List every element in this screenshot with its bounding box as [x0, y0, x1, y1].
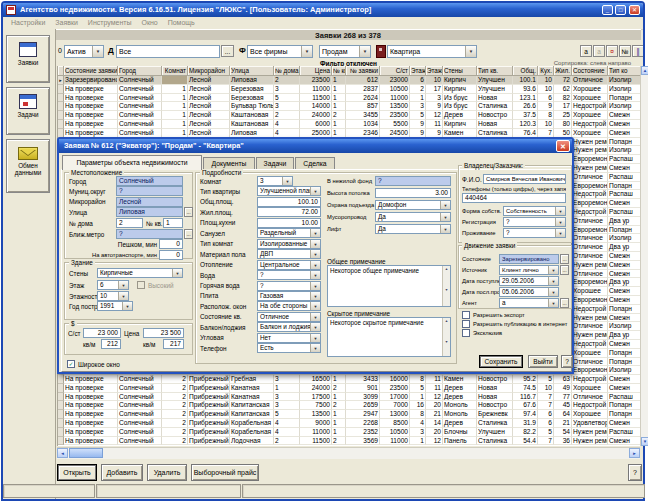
chevron-down-icon[interactable]: ▼ [465, 46, 476, 57]
table-row[interactable]: ▸ЗарезервированоСолнечныйЛеснойЛиповая22… [58, 76, 641, 85]
chevron-down-icon[interactable]: ▼ [310, 313, 320, 321]
column-header[interactable]: Комнат [162, 66, 188, 76]
table-row[interactable]: На проверкеСолнечный1ЛеснойКаштановая224… [58, 111, 641, 120]
state-field[interactable]: Зарезервировано [499, 254, 559, 264]
close-button[interactable]: ✕ [629, 5, 640, 15]
common-note-textarea[interactable]: Некоторое общее примечание▲▼ [327, 265, 451, 307]
selective-price-button[interactable]: Выборочный прайс [191, 464, 259, 481]
chevron-down-icon[interactable]: ▼ [310, 292, 320, 300]
column-header[interactable]: Состояние [572, 66, 608, 76]
chevron-down-icon[interactable]: ▼ [548, 299, 558, 307]
details-field[interactable]: Изолированные▼ [257, 239, 321, 249]
price-per-m-field[interactable]: 217 [163, 339, 184, 349]
floor-extra-checkbox[interactable] [137, 281, 145, 289]
textarea-scrollbar[interactable]: ▲▼ [442, 266, 450, 306]
maximize-button[interactable]: □ [615, 5, 626, 15]
tab-deal[interactable]: Сделка [295, 157, 335, 169]
columns-button[interactable]: ║ [632, 45, 644, 57]
details-field[interactable]: Отличное▼ [257, 312, 321, 322]
details-field[interactable]: Центральное▼ [257, 260, 321, 270]
table-row[interactable]: На проверкеСолнечный1ЛеснойБульвар Тюльп… [58, 102, 641, 111]
details-field[interactable]: Есть▼ [257, 343, 321, 353]
dialog-help-button[interactable]: ? [561, 355, 573, 368]
table-row[interactable]: На проверкеСолнечный2ПрибрежныйКанатная3… [58, 393, 641, 402]
details-field[interactable]: 100.10 [257, 197, 321, 207]
date-last-call-combo[interactable]: 05.06.2006▼ [499, 287, 559, 297]
dialog-title-bar[interactable]: Заявка № 612 ("Экватор"): "Продам" - "Кв… [59, 139, 572, 153]
horizontal-scrollbar[interactable]: ◄ ► [57, 447, 640, 459]
table-row[interactable]: На проверкеСолнечный2ПрибрежныйКанатная1… [58, 384, 641, 393]
price-field[interactable]: 23 500 [143, 328, 184, 338]
chevron-down-icon[interactable]: ▼ [172, 269, 182, 277]
chevron-down-icon[interactable]: ▼ [555, 229, 565, 237]
column-header[interactable]: Стены [443, 66, 477, 76]
chevron-down-icon[interactable]: ▼ [310, 302, 320, 310]
column-header[interactable]: Микрорайон [188, 66, 230, 76]
column-header[interactable]: Этаж [410, 66, 426, 76]
chevron-down-icon[interactable]: ▼ [310, 187, 320, 195]
registration-combo[interactable]: ?▼ [503, 217, 566, 227]
column-header[interactable]: Цена [300, 66, 332, 76]
chevron-down-icon[interactable]: ▼ [359, 46, 370, 57]
micro-district-field[interactable]: Лесной [116, 197, 183, 207]
table-row[interactable]: На проверкеСолнечный1ЛеснойКаштановая460… [58, 120, 641, 129]
chevron-down-icon[interactable]: ▼ [118, 292, 128, 300]
chevron-down-icon[interactable]: ▼ [548, 277, 558, 285]
firms-combo[interactable]: Все фирмы▼ [247, 45, 313, 58]
table-row[interactable]: На проверкеСолнечный1ЛеснойБерезовая3110… [58, 85, 641, 94]
metro-field[interactable]: ? [116, 229, 183, 239]
column-header[interactable]: Кух. [538, 66, 554, 76]
font-size-button[interactable]: а [580, 45, 592, 57]
agent-combo[interactable]: а▼ [499, 298, 559, 308]
table-row[interactable]: На проверкеСолнечный2ПрибрежныйГребная31… [58, 375, 641, 384]
chevron-down-icon[interactable]: ▼ [310, 250, 320, 258]
column-header[interactable]: № дома [274, 66, 300, 76]
delete-button[interactable]: Удалить [147, 464, 187, 481]
phones-field[interactable]: 440464 [462, 193, 566, 203]
details-field[interactable]: 3▼ [257, 176, 293, 186]
menu-tools[interactable]: Инструменты [88, 19, 132, 26]
search-input[interactable]: Все [116, 45, 220, 58]
details-extra-field[interactable]: Домофон▼ [375, 200, 451, 210]
chevron-down-icon[interactable]: ▼ [282, 177, 292, 185]
cost-per-m-field[interactable]: 212 [101, 339, 121, 349]
column-header[interactable]: С/ст [380, 66, 410, 76]
column-header[interactable]: Общ. [513, 66, 538, 76]
chevron-down-icon[interactable]: ▼ [310, 344, 320, 352]
floor-combo[interactable]: 6▼ [97, 280, 129, 290]
table-row[interactable]: На проверкеСолнечный1ЛеснойБерезовая5115… [58, 94, 641, 103]
chevron-down-icon[interactable]: ▼ [310, 271, 320, 279]
chevron-down-icon[interactable]: ▼ [440, 225, 450, 233]
tab-documents[interactable]: Документы [203, 157, 255, 169]
table-row[interactable]: На проверкеСолнечный2ПрибрежныйКапитанск… [58, 410, 641, 419]
scroll-down-icon[interactable]: ▼ [641, 437, 648, 446]
source-combo[interactable]: Клиент лично▼ [499, 265, 559, 275]
date-received-combo[interactable]: 29.05.2006▼ [499, 276, 559, 286]
chevron-down-icon[interactable]: ▼ [310, 261, 320, 269]
scroll-right-icon[interactable]: ► [629, 448, 640, 458]
currency-button[interactable]: ¤ [606, 45, 618, 57]
font-size-2-button[interactable]: а [593, 45, 605, 57]
column-header[interactable]: Этажей [426, 66, 443, 76]
build-year-combo[interactable]: 1991▼ [97, 301, 133, 311]
exclusive-checkbox[interactable] [462, 329, 470, 337]
details-extra-field[interactable]: Да▼ [375, 212, 451, 222]
chevron-down-icon[interactable]: ▼ [122, 302, 132, 310]
column-header[interactable]: Тип кв. [477, 66, 513, 76]
details-field[interactable]: ?▼ [257, 281, 321, 291]
active-filter-combo[interactable]: Актив▼ [64, 45, 104, 58]
tab-tasks[interactable]: Задачи [256, 157, 294, 169]
chevron-down-icon[interactable]: ▼ [310, 334, 320, 342]
minimize-button[interactable]: _ [602, 5, 613, 15]
chevron-down-icon[interactable]: ▼ [310, 240, 320, 248]
column-header[interactable]: № заявки [346, 66, 380, 76]
walls-combo[interactable]: Кирпичные▼ [97, 268, 183, 278]
column-header[interactable]: Жил. [554, 66, 572, 76]
chevron-down-icon[interactable]: ▼ [548, 266, 558, 274]
details-field[interactable]: На обе стороны▼ [257, 301, 321, 311]
details-extra-field[interactable]: 3.00 [375, 188, 451, 198]
wide-window-checkbox[interactable]: ✓ [67, 360, 75, 368]
vertical-scrollbar[interactable]: ▲ ▼ [640, 66, 648, 446]
sidebar-item-zadachi[interactable]: Задачи [6, 87, 50, 135]
chevron-down-icon[interactable]: ▼ [310, 323, 320, 331]
